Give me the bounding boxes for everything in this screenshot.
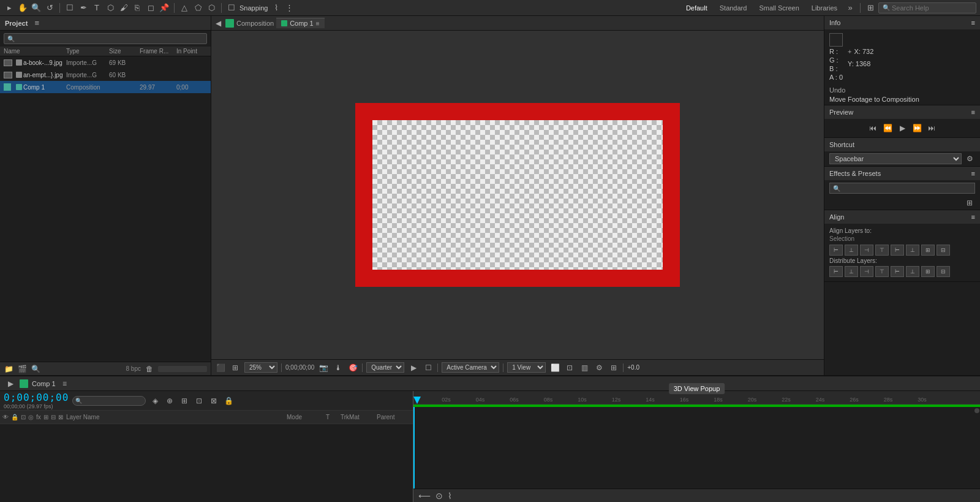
guide-icon[interactable]: 🎯 [347, 362, 358, 373]
search-help-input[interactable] [892, 4, 965, 12]
tl-icon-draft[interactable]: ⊠ [208, 395, 219, 406]
transparency-icon[interactable]: ☐ [423, 362, 434, 373]
view-sync-icon[interactable]: ⊞ [608, 362, 619, 373]
timeline-search-input[interactable] [82, 397, 143, 404]
brush-tool-icon[interactable]: 🖌 [118, 2, 129, 13]
fast-preview-icon[interactable]: ▶ [408, 362, 419, 373]
preview-section-header[interactable]: Preview ≡ [824, 105, 980, 119]
tl-icon-link[interactable]: ⊞ [179, 395, 190, 406]
shortcut-section-header[interactable]: Shortcut [824, 138, 980, 151]
tl-bottom-end-icon[interactable]: ⌇ [448, 491, 452, 501]
tl-icon-add[interactable]: ⊕ [164, 395, 175, 406]
view-snapshot-icon[interactable]: ⚙ [594, 362, 605, 373]
grid-icon[interactable]: ⋮ [284, 2, 295, 13]
camera-control[interactable]: Active Camera [442, 362, 499, 373]
tl-icon-shy[interactable]: ⊡ [194, 395, 205, 406]
tab-menu-icon[interactable]: ≡ [316, 20, 320, 27]
tl-bottom-start-icon[interactable]: ⟵ [418, 491, 431, 501]
shape3-icon[interactable]: ⬡ [206, 2, 217, 13]
shape-tool-icon[interactable]: ☐ [64, 2, 75, 13]
align-section-header[interactable]: Align ≡ [824, 210, 980, 224]
snapping-checkbox-icon[interactable]: ☐ [226, 2, 237, 13]
project-item-2[interactable]: Comp 1 Composition 29.97 0;00 [0, 81, 211, 93]
info-section-header[interactable]: Info ≡ [824, 16, 980, 29]
tl-icon-solo[interactable]: ◈ [149, 395, 160, 406]
project-search-box[interactable]: 🔍 [4, 33, 207, 44]
dist-center-v-btn[interactable]: ⊢ [891, 266, 904, 277]
project-item-0[interactable]: a-book-...9.jpg Importe...G 69 KB [0, 56, 211, 69]
select-tool-icon[interactable]: ▸ [4, 2, 15, 13]
view-dropdown[interactable]: 1 View2 Views [507, 362, 546, 373]
shape2-icon[interactable]: ⬠ [192, 2, 203, 13]
color-correct-icon[interactable]: 🌡 [333, 362, 344, 373]
project-search-input[interactable] [17, 36, 203, 42]
rotate-tool-icon[interactable]: ↺ [44, 2, 55, 13]
workspace-libraries[interactable]: Libraries [807, 3, 842, 13]
info-menu-icon[interactable]: ≡ [971, 19, 975, 26]
align-menu-icon[interactable]: ≡ [971, 213, 975, 221]
timeline-search-box[interactable]: 🔍 [72, 396, 146, 406]
tl-icon-lock[interactable]: 🔒 [223, 395, 234, 406]
preview-prev-icon[interactable]: ⏪ [882, 123, 893, 134]
effects-options-icon[interactable]: ⊞ [964, 197, 975, 208]
resolution-dropdown[interactable]: QuarterHalfFull [366, 362, 404, 373]
pen-tool-icon[interactable]: ✒ [78, 2, 89, 13]
effects-menu-icon[interactable]: ≡ [971, 170, 975, 177]
timeline-play-icon[interactable]: ▶ [5, 378, 16, 389]
clone-tool-icon[interactable]: ⎘ [132, 2, 143, 13]
dist-left-btn[interactable]: ⊢ [829, 266, 843, 277]
align-extra1-btn[interactable]: ⊞ [921, 245, 935, 256]
align-right-btn[interactable]: ⊣ [860, 245, 873, 256]
viewer-region-icon[interactable]: ⬛ [215, 362, 226, 373]
tl-bottom-center-icon[interactable]: ⊙ [435, 491, 443, 501]
search-help-box[interactable]: 🔍 [878, 2, 976, 13]
preview-last-icon[interactable]: ⏭ [926, 123, 937, 134]
dist-extra2-btn[interactable]: ⊟ [937, 266, 950, 277]
dist-right-btn[interactable]: ⊣ [860, 266, 873, 277]
new-comp-icon[interactable]: 🎬 [17, 364, 27, 374]
view-options-icon[interactable]: ⊡ [564, 362, 575, 373]
text-tool-icon[interactable]: T [91, 2, 102, 13]
dist-center-h-btn[interactable]: ⊥ [845, 266, 858, 277]
camera-icon[interactable]: 📷 [318, 362, 329, 373]
viewer-grid-icon[interactable]: ⊞ [230, 362, 241, 373]
dist-top-btn[interactable]: ⊤ [875, 266, 889, 277]
workspace-standard[interactable]: Standard [715, 3, 752, 13]
workspace-more-icon[interactable]: » [845, 2, 856, 13]
vector-tool-icon[interactable]: ⬡ [105, 2, 116, 13]
preview-play-icon[interactable]: ▶ [897, 123, 908, 134]
timeline-menu-icon[interactable]: ≡ [59, 378, 70, 389]
zoom-dropdown[interactable]: 25%50%100% [244, 362, 277, 373]
workspace-small-screen[interactable]: Small Screen [754, 3, 804, 13]
shape1-icon[interactable]: △ [179, 2, 190, 13]
align-top-btn[interactable]: ⊤ [875, 245, 889, 256]
comp1-tab[interactable]: Comp 1 ≡ [276, 18, 324, 28]
effects-search-box[interactable]: 🔍 [829, 183, 975, 194]
preview-next-icon[interactable]: ⏩ [911, 123, 922, 134]
nav-back-icon[interactable]: ◀ [214, 19, 223, 28]
view-layout-icon[interactable]: ⬜ [549, 362, 560, 373]
eraser-tool-icon[interactable]: ◻ [145, 2, 156, 13]
view-control[interactable]: 1 View2 Views [507, 362, 546, 373]
align-extra2-btn[interactable]: ⊟ [937, 245, 950, 256]
camera-dropdown[interactable]: Active Camera [442, 362, 499, 373]
delete-icon[interactable]: 🗑 [145, 364, 154, 374]
shortcut-options-icon[interactable]: ⚙ [964, 153, 975, 164]
workspace-default[interactable]: Default [681, 3, 712, 13]
zoom-control[interactable]: 25%50%100% [244, 362, 277, 373]
grid-view-icon[interactable]: ⊞ [865, 2, 876, 13]
align-center-v-btn[interactable]: ⊢ [891, 245, 904, 256]
align-left-btn[interactable]: ⊢ [829, 245, 843, 256]
preview-first-icon[interactable]: ⏮ [867, 123, 878, 134]
hand-tool-icon[interactable]: ✋ [17, 2, 28, 13]
align-bottom-btn[interactable]: ⊥ [906, 245, 919, 256]
shortcut-dropdown[interactable]: Spacebar [829, 153, 962, 164]
dist-extra1-btn[interactable]: ⊞ [921, 266, 935, 277]
magnet-icon[interactable]: ⌇ [271, 2, 282, 13]
resolution-control[interactable]: QuarterHalfFull [366, 362, 404, 373]
preview-menu-icon[interactable]: ≡ [971, 108, 975, 116]
zoom-tool-icon[interactable]: 🔍 [31, 2, 42, 13]
align-center-h-btn[interactable]: ⊥ [845, 245, 858, 256]
project-menu-icon[interactable]: ≡ [31, 18, 42, 29]
puppet-tool-icon[interactable]: 📌 [159, 2, 170, 13]
